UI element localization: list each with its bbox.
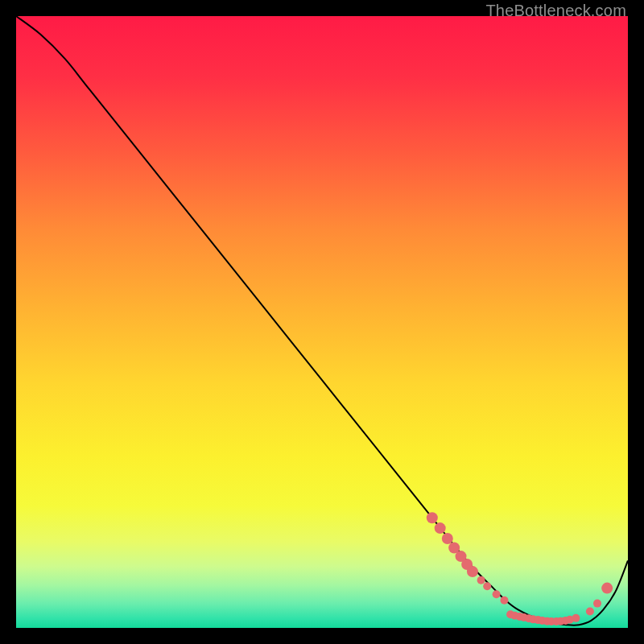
curve-marker [601,583,613,594]
curve-marker [593,600,601,608]
curve-marker [477,576,485,584]
chart-plot-area [16,16,628,628]
watermark-text: TheBottleneck.com [485,2,626,20]
curve-marker [442,533,453,544]
chart-svg [16,16,628,628]
curve-marker [572,614,580,622]
curve-marker [586,607,594,615]
curve-marker [493,590,501,598]
chart-background [16,16,628,628]
curve-marker [435,522,446,534]
curve-marker [483,582,491,590]
curve-marker [500,597,508,605]
curve-marker [467,566,478,577]
chart-frame: TheBottleneck.com [0,0,644,644]
curve-marker [427,512,438,523]
